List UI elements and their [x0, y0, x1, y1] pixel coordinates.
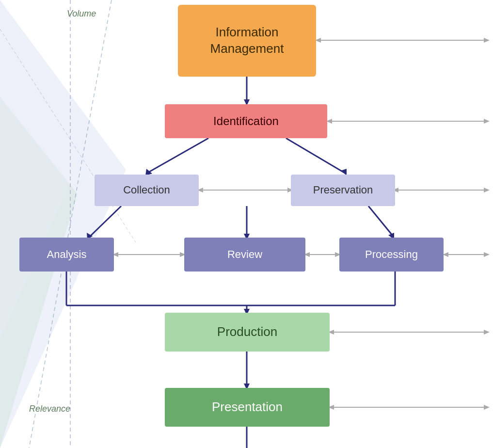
analysis-box: Analysis — [19, 238, 114, 272]
relevance-label: Relevance — [29, 404, 70, 414]
svg-marker-0 — [0, 97, 78, 448]
svg-line-10 — [286, 138, 344, 173]
preservation-box: Preservation — [291, 175, 395, 206]
svg-marker-46 — [484, 252, 490, 257]
svg-marker-34 — [484, 188, 490, 192]
svg-line-12 — [90, 206, 121, 237]
identification-box: Identification — [165, 104, 327, 138]
review-box: Review — [184, 238, 305, 272]
svg-marker-2 — [0, 0, 87, 339]
svg-marker-28 — [484, 38, 490, 43]
svg-line-4 — [29, 0, 111, 448]
processing-box: Processing — [339, 238, 444, 272]
svg-line-5 — [0, 29, 136, 242]
svg-marker-1 — [0, 0, 126, 448]
svg-marker-31 — [484, 119, 490, 124]
production-box: Production — [165, 313, 330, 352]
svg-line-14 — [368, 206, 393, 236]
svg-marker-52 — [484, 405, 490, 410]
svg-marker-49 — [484, 330, 490, 335]
diagram-container: Volume InformationManagement Identificat… — [0, 0, 493, 448]
volume-label: Volume — [67, 9, 96, 19]
svg-line-8 — [148, 138, 208, 173]
collection-box: Collection — [95, 175, 199, 206]
info-mgmt-box: InformationManagement — [178, 5, 316, 77]
presentation-box: Presentation — [165, 388, 330, 427]
